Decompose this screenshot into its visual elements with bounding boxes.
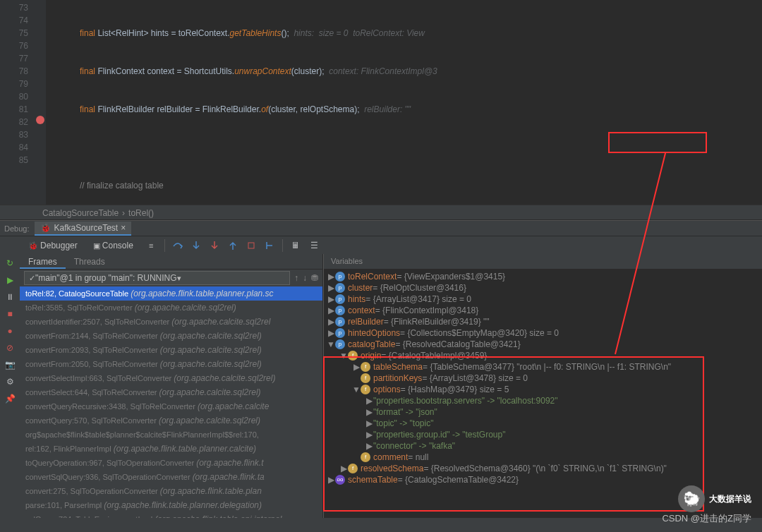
threads-tab[interactable]: Threads bbox=[66, 254, 114, 269]
drop-frame-icon[interactable] bbox=[243, 238, 260, 253]
variable-row[interactable]: ▶"properties.group.id" -> "testGroup" bbox=[327, 429, 759, 440]
variable-row[interactable]: fcomment = null bbox=[327, 452, 759, 463]
debug-session-tab[interactable]: 🐞KafkaSourceTest× bbox=[35, 222, 131, 236]
trace-icon[interactable]: ☰ bbox=[306, 238, 322, 253]
stack-frame[interactable]: convert:275, SqlToOperationConverter (or… bbox=[20, 484, 322, 498]
step-into-icon[interactable] bbox=[188, 238, 205, 253]
frame-list[interactable]: toRel:82, CatalogSourceTable (org.apache… bbox=[20, 286, 322, 532]
thread-selector[interactable]: ✓ "main"@1 in group "main": RUNNING ▾ bbox=[24, 271, 290, 285]
evaluate-icon[interactable]: 🖩 bbox=[287, 238, 304, 253]
tab-console[interactable]: ▣ Console bbox=[86, 241, 140, 250]
stack-frame[interactable]: org$apache$flink$table$planner$calcite$F… bbox=[20, 428, 322, 442]
stack-frame[interactable]: toRel:3585, SqlToRelConverter (org.apach… bbox=[20, 301, 322, 315]
prev-frame-icon[interactable]: ↑ bbox=[294, 273, 298, 283]
variable-row[interactable]: ▶"topic" -> "topic" bbox=[327, 418, 759, 429]
variable-row[interactable]: ▶prelBuilder = {FlinkRelBuilder@3419} "" bbox=[327, 316, 759, 327]
stack-frame[interactable]: convertSelectImpl:663, SqlToRelConverter… bbox=[20, 371, 322, 385]
field-icon: f bbox=[348, 464, 358, 473]
stack-frame[interactable]: convertQuery:570, SqlToRelConverter (org… bbox=[20, 413, 322, 428]
variable-row[interactable]: ▶ooschemaTable = {CatalogSchemaTable@342… bbox=[327, 474, 759, 485]
tab-debugger[interactable]: 🐞 Debugger bbox=[21, 241, 85, 250]
expand-icon[interactable]: ▶ bbox=[327, 305, 335, 316]
step-over-icon[interactable] bbox=[169, 238, 186, 253]
field-icon: f bbox=[361, 385, 370, 394]
pin-icon[interactable]: 📌 bbox=[4, 392, 16, 405]
filter-icon[interactable]: ⛃ bbox=[311, 273, 318, 283]
debug-body: ↻ ▶ ⏸ ■ ● ⊘ 📷 ⚙ 📌 Frames Threads ✓ "main… bbox=[0, 254, 762, 532]
param-icon: p bbox=[335, 339, 345, 349]
stack-frame[interactable]: toRel:82, CatalogSourceTable (org.apache… bbox=[20, 286, 322, 301]
next-frame-icon[interactable]: ↓ bbox=[303, 273, 307, 283]
expand-icon[interactable]: ▼ bbox=[339, 350, 348, 361]
variable-row[interactable]: fpartitionKeys = {ArrayList@3478} size =… bbox=[327, 373, 759, 384]
close-icon[interactable]: × bbox=[121, 223, 126, 233]
expand-icon[interactable]: ▶ bbox=[327, 474, 335, 485]
expand-icon[interactable]: ▶ bbox=[365, 395, 373, 406]
variable-row[interactable]: ▶ptoRelContext = {ViewExpanders$1@3415} bbox=[327, 271, 759, 282]
breakpoint-icon[interactable] bbox=[36, 116, 44, 124]
view-breakpoints-icon[interactable]: ● bbox=[4, 325, 16, 337]
tab-more[interactable]: ≡ bbox=[142, 241, 160, 250]
expand-icon[interactable]: ▼ bbox=[327, 339, 335, 350]
expand-icon[interactable]: ▶ bbox=[327, 271, 335, 282]
stack-frame[interactable]: convertIdentifier:2507, SqlToRelConverte… bbox=[20, 315, 322, 329]
camera-icon[interactable]: 📷 bbox=[4, 358, 16, 371]
watermark: 🐑大数据羊说 CSDN @进击的Z同学 bbox=[662, 485, 751, 525]
debug-side-toolbar: ↻ ▶ ⏸ ■ ● ⊘ 📷 ⚙ 📌 bbox=[0, 254, 20, 532]
stack-frame[interactable]: convertSelect:644, SqlToRelConverter (or… bbox=[20, 385, 322, 399]
stack-frame[interactable]: toQueryOperation:967, SqlToOperationConv… bbox=[20, 456, 322, 470]
variable-row[interactable]: ▼forigin = {CatalogTableImpl@3459} bbox=[327, 350, 759, 361]
variable-row[interactable]: ▶phintedOptions = {Collections$EmptyMap@… bbox=[327, 327, 759, 339]
stack-frame[interactable]: convertQueryRecursive:3438, SqlToRelConv… bbox=[20, 399, 322, 413]
variable-row[interactable]: ▶pcontext = {FlinkContextImpl@3418} bbox=[327, 305, 759, 316]
expand-icon[interactable]: ▶ bbox=[327, 316, 335, 327]
expand-icon[interactable]: ▼ bbox=[352, 384, 361, 395]
param-icon: p bbox=[335, 294, 345, 304]
breakpoint-gutter[interactable] bbox=[35, 0, 46, 205]
field-icon: f bbox=[348, 351, 358, 361]
variable-row[interactable]: ▶"format" -> "json" bbox=[327, 406, 759, 418]
expand-icon[interactable]: ▶ bbox=[327, 327, 335, 339]
rerun-icon[interactable]: ↻ bbox=[4, 257, 16, 270]
pause-icon[interactable]: ⏸ bbox=[4, 291, 16, 303]
expand-icon[interactable]: ▶ bbox=[339, 463, 348, 474]
variable-row[interactable]: ▶ftableSchema = {TableSchema@3477} "root… bbox=[327, 361, 759, 373]
stop-icon[interactable]: ■ bbox=[4, 308, 16, 320]
expand-icon[interactable]: ▶ bbox=[365, 418, 373, 429]
param-icon: p bbox=[335, 306, 345, 315]
param-icon: p bbox=[335, 283, 345, 293]
stack-frame[interactable]: rel:162, FlinkPlannerImpl (org.apache.fl… bbox=[20, 442, 322, 456]
expand-icon[interactable]: ▶ bbox=[365, 429, 373, 440]
variable-row[interactable]: ▶"connector" -> "kafka" bbox=[327, 440, 759, 452]
variable-row[interactable]: ▶"properties.bootstrap.servers" -> "loca… bbox=[327, 395, 759, 406]
force-step-into-icon[interactable] bbox=[206, 238, 223, 253]
settings-icon[interactable]: ⚙ bbox=[4, 375, 16, 388]
stack-frame[interactable]: convertFrom:2093, SqlToRelConverter (org… bbox=[20, 343, 322, 357]
resume-icon[interactable]: ▶ bbox=[4, 274, 16, 286]
expand-icon[interactable]: ▶ bbox=[365, 406, 373, 418]
step-out-icon[interactable] bbox=[224, 238, 241, 253]
variable-row[interactable]: ▼foptions = {HashMap@3479} size = 5 bbox=[327, 384, 759, 395]
code-area[interactable]: final List<RelHint> hints = toRelContext… bbox=[46, 0, 762, 205]
variables-header: Variables bbox=[324, 254, 762, 270]
stack-frame[interactable]: parse:101, ParserImpl (org.apache.flink.… bbox=[20, 498, 322, 512]
variable-row[interactable]: ▶fresolvedSchema = {ResolvedSchema@3460}… bbox=[327, 463, 759, 474]
stack-frame[interactable]: convertFrom:2050, SqlToRelConverter (org… bbox=[20, 357, 322, 371]
expand-icon[interactable]: ▶ bbox=[327, 294, 335, 305]
variable-row[interactable]: ▶pcluster = {RelOptCluster@3416} bbox=[327, 282, 759, 294]
expand-icon[interactable]: ▶ bbox=[352, 361, 361, 373]
mute-breakpoints-icon[interactable]: ⊘ bbox=[4, 341, 16, 354]
stack-frame[interactable]: convertFrom:2144, SqlToRelConverter (org… bbox=[20, 329, 322, 343]
status-bar bbox=[0, 518, 762, 532]
frames-tab[interactable]: Frames bbox=[20, 254, 66, 269]
expand-icon[interactable]: ▶ bbox=[365, 440, 373, 452]
field-icon: f bbox=[361, 452, 370, 462]
field-icon: f bbox=[361, 362, 370, 372]
ln: 73 bbox=[0, 1, 28, 14]
run-to-cursor-icon[interactable] bbox=[261, 238, 278, 253]
variable-row[interactable]: ▶phints = {ArrayList@3417} size = 0 bbox=[327, 294, 759, 305]
field-icon: f bbox=[361, 373, 370, 383]
expand-icon[interactable]: ▶ bbox=[327, 282, 335, 294]
stack-frame[interactable]: convertSqlQuery:936, SqlToOperationConve… bbox=[20, 470, 322, 484]
variable-row[interactable]: ▼pcatalogTable = {ResolvedCatalogTable@3… bbox=[327, 339, 759, 350]
